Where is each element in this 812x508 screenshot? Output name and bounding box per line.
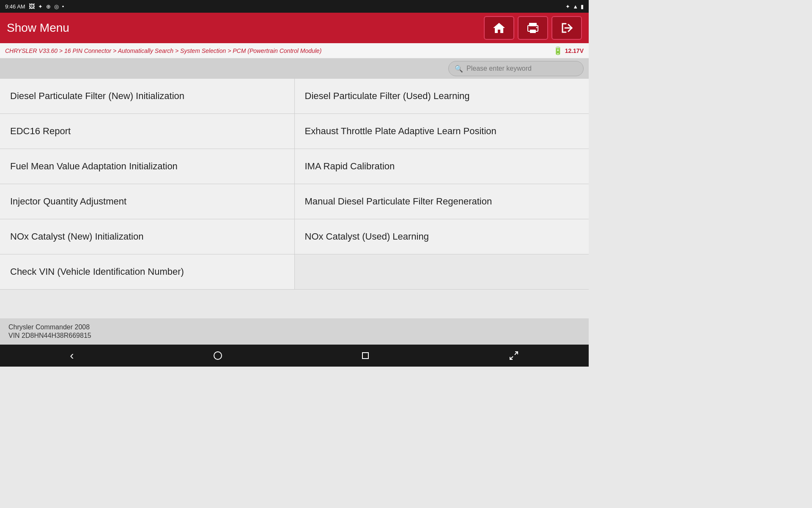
vehicle-name: Chrysler Commander 2008 (8, 323, 580, 331)
breadcrumb: CHRYSLER V33.60 > 16 PIN Connector > Aut… (5, 47, 321, 54)
exit-button[interactable] (551, 16, 582, 40)
table-row: Diesel Particulate Filter (New) Initiali… (0, 79, 589, 114)
list-item[interactable]: NOx Catalyst (New) Initialization (0, 219, 294, 254)
home-nav-icon (214, 351, 222, 360)
list-item[interactable]: Diesel Particulate Filter (Used) Learnin… (294, 79, 589, 114)
battery-status-icon: ▮ (581, 3, 584, 10)
svg-line-5 (515, 352, 518, 355)
search-input[interactable] (466, 65, 577, 72)
list-item[interactable]: EDC16 Report (0, 114, 294, 149)
nfc-icon: ⊕ (46, 3, 51, 10)
table-row: Injector Quantity AdjustmentManual Diese… (0, 184, 589, 219)
list-item[interactable]: Fuel Mean Value Adaptation Initializatio… (0, 149, 294, 184)
nav-bar: ‹ (0, 345, 589, 367)
home-icon (492, 21, 506, 35)
home-button[interactable] (484, 16, 514, 40)
battery-indicator: 🔋 12.17V (553, 46, 584, 55)
dot-icon: • (62, 3, 64, 10)
table-row: EDC16 ReportExhaust Throttle Plate Adapt… (0, 114, 589, 149)
status-left: 9:46 AM 🖼 ✦ ⊕ ◎ • (5, 3, 64, 10)
search-bar-row: 🔍 (0, 58, 589, 79)
search-icon: 🔍 (455, 65, 463, 73)
svg-point-3 (536, 27, 538, 28)
svg-rect-2 (530, 30, 536, 33)
item-grid: Diesel Particulate Filter (New) Initiali… (0, 79, 589, 290)
table-row: NOx Catalyst (New) InitializationNOx Cat… (0, 219, 589, 254)
footer-bar: Chrysler Commander 2008 VIN 2D8HN44H38R6… (0, 318, 589, 345)
list-item[interactable]: Exhaust Throttle Plate Adaptive Learn Po… (294, 114, 589, 149)
recent-apps-button[interactable] (354, 349, 377, 362)
list-item[interactable]: IMA Rapid Calibration (294, 149, 589, 184)
voltage-display: 12.17V (565, 47, 584, 54)
content-area: Diesel Particulate Filter (New) Initiali… (0, 79, 589, 290)
sync-icon: ◎ (54, 3, 59, 10)
list-item[interactable]: Check VIN (Vehicle Identification Number… (0, 254, 294, 290)
breadcrumb-bar: CHRYSLER V33.60 > 16 PIN Connector > Aut… (0, 43, 589, 58)
recent-apps-icon (362, 352, 369, 359)
time-display: 9:46 AM (5, 3, 25, 10)
bluetooth-icon: ✦ (565, 3, 570, 10)
exit-icon (560, 21, 573, 35)
header-buttons (484, 16, 582, 40)
svg-line-6 (510, 356, 513, 359)
list-item[interactable]: Manual Diesel Particulate Filter Regener… (294, 184, 589, 219)
list-item (294, 254, 589, 290)
header-bar: Show Menu (0, 13, 589, 43)
table-row: Fuel Mean Value Adaptation Initializatio… (0, 149, 589, 184)
home-nav-button[interactable] (205, 348, 230, 363)
photo-icon: 🖼 (29, 3, 35, 10)
wifi-icon: ▲ (573, 3, 578, 10)
status-bar: 9:46 AM 🖼 ✦ ⊕ ◎ • ✦ ▲ ▮ (0, 0, 589, 13)
back-icon: ‹ (70, 349, 74, 362)
list-item[interactable]: Diesel Particulate Filter (New) Initiali… (0, 79, 294, 114)
back-button[interactable]: ‹ (61, 345, 82, 366)
list-item[interactable]: NOx Catalyst (Used) Learning (294, 219, 589, 254)
expand-button[interactable] (500, 347, 527, 364)
list-item[interactable]: Injector Quantity Adjustment (0, 184, 294, 219)
print-icon (526, 21, 540, 35)
print-button[interactable] (518, 16, 548, 40)
status-right: ✦ ▲ ▮ (565, 3, 584, 10)
location-icon: ✦ (38, 3, 43, 10)
search-input-wrap[interactable]: 🔍 (448, 61, 584, 76)
table-row: Check VIN (Vehicle Identification Number… (0, 254, 589, 290)
expand-icon (509, 351, 519, 361)
page-title: Show Menu (7, 21, 69, 35)
battery-icon: 🔋 (553, 46, 562, 55)
vin-display: VIN 2D8HN44H38R669815 (8, 332, 580, 340)
